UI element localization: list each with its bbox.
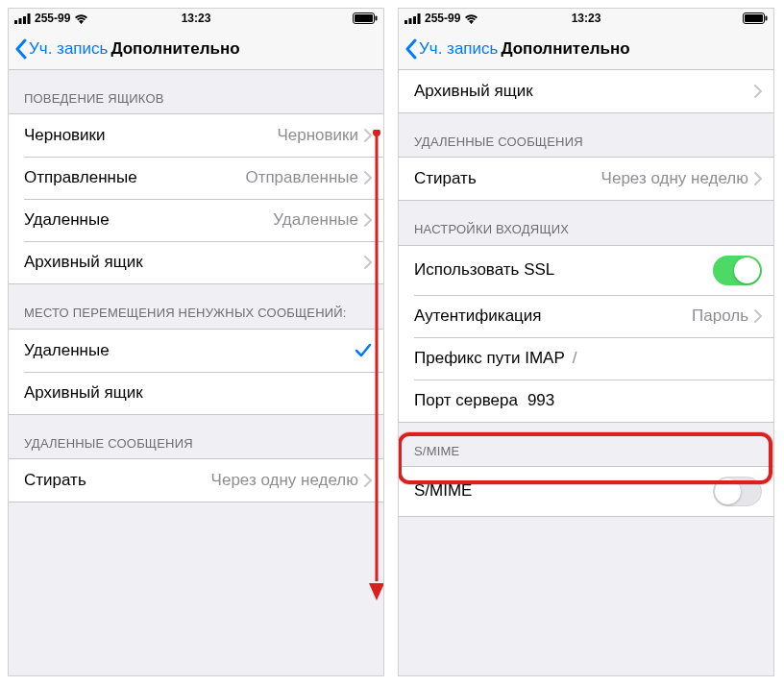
status-bar: 255-99 13:23 (9, 9, 383, 28)
ssl-toggle[interactable] (713, 256, 762, 285)
row-erase[interactable]: Стирать Через одну неделю (9, 459, 383, 502)
row-auth[interactable]: Аутентификация Пароль (399, 295, 773, 337)
section-header-smime: S/MIME (399, 423, 773, 466)
svg-rect-0 (14, 20, 17, 24)
list-deleted-msgs: Стирать Через одну неделю (399, 157, 773, 201)
row-drafts[interactable]: Черновики Черновики (9, 114, 383, 157)
row-label: Аутентификация (414, 306, 542, 326)
row-label: Архивный ящик (24, 383, 143, 403)
row-label: Удаленные (24, 341, 110, 360)
svg-rect-10 (409, 18, 412, 24)
row-value: Отправленные (245, 168, 358, 187)
row-opt-deleted[interactable]: Удаленные (9, 330, 383, 372)
chevron-left-icon (14, 38, 27, 60)
signal-icon (404, 13, 421, 24)
svg-rect-9 (404, 20, 407, 24)
content-right: Архивный ящик УДАЛЕННЫЕ СООБЩЕНИЯ Стират… (399, 70, 773, 517)
svg-rect-2 (23, 16, 26, 24)
nav-bar: Уч. запись Дополнительно (9, 28, 383, 70)
row-label: Стирать (24, 471, 86, 490)
status-bar: 255-99 13:23 (399, 9, 773, 28)
row-ssl[interactable]: Использовать SSL (399, 246, 773, 295)
chevron-right-icon (754, 172, 762, 185)
row-archive[interactable]: Архивный ящик (9, 241, 383, 283)
row-label: Порт сервера (414, 391, 518, 410)
row-deleted[interactable]: Удаленные Удаленные (9, 199, 383, 241)
row-label: Архивный ящик (414, 82, 533, 101)
chevron-right-icon (364, 129, 372, 142)
row-label: Использовать SSL (414, 260, 554, 280)
row-value: Удаленные (273, 210, 358, 230)
back-label: Уч. запись (419, 39, 498, 59)
row-archive[interactable]: Архивный ящик (399, 70, 773, 112)
row-label: Удаленные (24, 210, 110, 230)
wifi-icon (74, 13, 88, 24)
chevron-right-icon (364, 474, 372, 487)
row-erase[interactable]: Стирать Через одну неделю (399, 158, 773, 200)
content-left: ПОВЕДЕНИЕ ЯЩИКОВ Черновики Черновики Отп… (9, 70, 383, 502)
row-value: Черновики (277, 126, 358, 145)
list-incoming-settings: Использовать SSL Аутентификация Пароль П… (399, 245, 773, 423)
row-label: Черновики (24, 126, 106, 145)
phone-right: 255-99 13:23 Уч. запись Дополнительно Ар… (398, 8, 774, 676)
svg-rect-1 (19, 18, 22, 24)
section-header-deleted: УДАЛЕННЫЕ СООБЩЕНИЯ (9, 415, 383, 458)
row-value: Через одну неделю (211, 471, 358, 490)
clock-label: 13:23 (572, 12, 601, 25)
row-label: S/MIME (414, 481, 472, 501)
back-button[interactable]: Уч. запись (404, 38, 498, 60)
row-opt-archive[interactable]: Архивный ящик (9, 372, 383, 414)
battery-icon (353, 12, 378, 24)
back-label: Уч. запись (29, 39, 108, 59)
chevron-right-icon (754, 85, 762, 98)
battery-icon (743, 12, 768, 24)
row-label: Префикс пути IMAP (414, 349, 565, 368)
carrier-label: 255-99 (35, 12, 70, 25)
row-value: Пароль (692, 306, 748, 326)
back-button[interactable]: Уч. запись (14, 38, 108, 60)
signal-icon (14, 13, 31, 24)
carrier-label: 255-99 (425, 12, 460, 25)
section-header-deleted: УДАЛЕННЫЕ СООБЩЕНИЯ (399, 113, 773, 157)
row-value: / (573, 349, 577, 368)
smime-toggle[interactable] (713, 477, 762, 506)
wifi-icon (464, 13, 478, 24)
svg-rect-12 (418, 13, 421, 24)
list-mailbox-behavior: Черновики Черновики Отправленные Отправл… (9, 113, 383, 284)
list-move-location: Удаленные Архивный ящик (9, 329, 383, 415)
row-server-port[interactable]: Порт сервера 993 (399, 380, 773, 422)
list-deleted-msgs: Стирать Через одну неделю (9, 458, 383, 502)
nav-title: Дополнительно (501, 39, 629, 59)
section-header-incoming: НАСТРОЙКИ ВХОДЯЩИХ (399, 201, 773, 244)
nav-title: Дополнительно (110, 39, 239, 59)
port-value: 993 (527, 391, 554, 410)
row-value: Через одну неделю (601, 169, 748, 188)
row-label: Архивный ящик (24, 253, 143, 272)
svg-rect-6 (376, 16, 378, 21)
section-header-move: МЕСТО ПЕРЕМЕЩЕНИЯ НЕНУЖНЫХ СООБЩЕНИЙ: (9, 284, 383, 328)
svg-rect-14 (745, 14, 763, 22)
chevron-right-icon (364, 171, 372, 184)
chevron-right-icon (364, 213, 372, 227)
row-imap-prefix[interactable]: Префикс пути IMAP / (399, 337, 773, 380)
chevron-right-icon (754, 309, 762, 323)
svg-rect-3 (28, 13, 31, 24)
list-mailbox-behavior-tail: Архивный ящик (399, 70, 773, 113)
list-smime: S/MIME (399, 466, 773, 517)
chevron-right-icon (364, 256, 372, 269)
nav-bar: Уч. запись Дополнительно (399, 28, 773, 70)
row-label: Стирать (414, 169, 477, 188)
row-sent[interactable]: Отправленные Отправленные (9, 157, 383, 199)
row-smime[interactable]: S/MIME (399, 467, 773, 516)
phone-left: 255-99 13:23 Уч. запись Дополнительно ПО… (8, 8, 384, 676)
checkmark-icon (355, 343, 372, 358)
row-label: Отправленные (24, 168, 137, 187)
clock-label: 13:23 (182, 12, 211, 25)
section-header-behavior: ПОВЕДЕНИЕ ЯЩИКОВ (9, 70, 383, 113)
chevron-left-icon (404, 38, 417, 60)
svg-rect-15 (766, 16, 768, 21)
svg-rect-11 (413, 16, 416, 24)
svg-rect-5 (355, 14, 373, 22)
